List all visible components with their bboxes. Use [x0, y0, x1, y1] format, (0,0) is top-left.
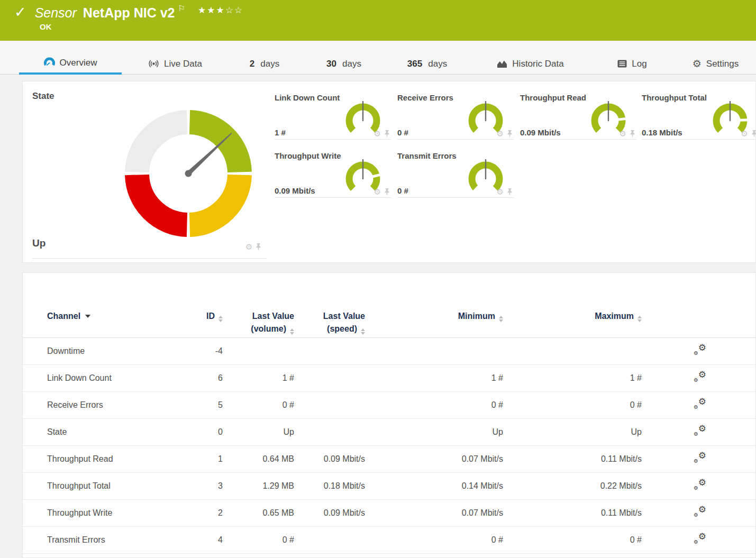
- channel-settings-gears-icon[interactable]: ⚙⚙: [694, 425, 706, 437]
- tab-live-data[interactable]: Live Data: [135, 53, 215, 75]
- tab-historic-data[interactable]: Historic Data: [479, 53, 582, 75]
- gauge-card-throughput-read: Throughput Read 0.09 Mbit/s ⚙: [520, 90, 636, 140]
- gauge-gear-icon[interactable]: ⚙: [620, 130, 626, 138]
- stars-filled: ★★★: [198, 5, 225, 15]
- state-card-divider: [32, 258, 267, 259]
- channel-name[interactable]: Throughput Total: [47, 481, 186, 491]
- sort-arrows-icon: [499, 316, 503, 322]
- gauge-card-actions: ⚙: [497, 188, 513, 196]
- gauge-gear-icon[interactable]: ⚙: [497, 130, 504, 138]
- gauge-value: 0.09 Mbit/s: [520, 128, 561, 137]
- area-chart-icon: [497, 60, 507, 68]
- tab-live-data-label: Live Data: [164, 59, 202, 69]
- sensor-status-text: OK: [40, 22, 52, 31]
- column-header-last-value-speed[interactable]: Last Value(speed): [294, 310, 365, 335]
- channel-settings-gears-icon[interactable]: ⚙⚙: [694, 506, 706, 518]
- channel-settings-gears-icon[interactable]: ⚙⚙: [694, 398, 706, 410]
- state-segment-warning: [190, 175, 240, 225]
- gauge-title: Throughput Read: [520, 93, 586, 102]
- gauge-value: 0 #: [397, 186, 408, 195]
- priority-stars[interactable]: ★★★☆☆: [198, 5, 243, 16]
- broadcast-icon: [148, 59, 159, 68]
- channel-name[interactable]: Throughput Read: [47, 454, 186, 464]
- channel-settings-gears-icon[interactable]: ⚙⚙: [694, 479, 706, 491]
- state-gear-icon[interactable]: ⚙: [245, 243, 252, 251]
- state-pin-icon[interactable]: [256, 243, 261, 250]
- sensor-header-bar: ✓ Sensor NetApp NIC v2 ⚐ ★★★☆☆ OK: [0, 0, 756, 41]
- column-header-last-value-volume[interactable]: Last Value(volume): [223, 310, 294, 335]
- state-card-actions: ⚙: [245, 243, 261, 251]
- gauge-gear-icon[interactable]: ⚙: [497, 188, 504, 196]
- channel-name[interactable]: Throughput Write: [47, 508, 186, 518]
- channels-table-body: Downtime -4 ⚙⚙ Link Down Count 6 1 # 1 #…: [23, 338, 755, 554]
- gauge-title: Transmit Errors: [397, 151, 457, 160]
- channel-settings-gears-icon[interactable]: ⚙⚙: [694, 533, 706, 545]
- channels-table-panel: Channel ID Last Value(volume) Last Value…: [22, 272, 756, 558]
- sort-arrows-icon: [290, 328, 294, 335]
- tab-2-days-number: 2: [250, 59, 254, 69]
- channel-settings-gears-icon[interactable]: ⚙⚙: [694, 344, 706, 356]
- gauge-card-throughput-total: Throughput Total 0.18 Mbit/s ⚙: [642, 90, 756, 140]
- table-row-throughput-write: Throughput Write 2 0.65 MB 0.09 Mbit/s 0…: [23, 500, 755, 527]
- tab-log[interactable]: Log: [606, 53, 659, 75]
- sort-arrows-icon: [361, 328, 365, 335]
- gauge-value: 0.18 Mbit/s: [642, 128, 682, 137]
- gauge-title: Link Down Count: [275, 93, 340, 102]
- gauge-pin-icon[interactable]: [384, 188, 390, 195]
- channel-name[interactable]: State: [47, 427, 186, 437]
- settings-gear-icon: ⚙: [693, 59, 702, 69]
- state-segment-unknown: [137, 122, 187, 172]
- gauge-gear-icon[interactable]: ⚙: [374, 188, 381, 196]
- channel-name[interactable]: Receive Errors: [47, 400, 186, 410]
- tab-2-days[interactable]: 2 days: [233, 53, 296, 75]
- channel-settings-gears-icon[interactable]: ⚙⚙: [694, 452, 706, 464]
- sort-arrows-icon: [637, 316, 642, 322]
- tab-365-days-label: days: [428, 59, 447, 69]
- page-title: NetApp NIC v2: [83, 3, 175, 22]
- tab-settings[interactable]: ⚙ Settings: [680, 53, 751, 75]
- prtg-sensor-page: ✓ Sensor NetApp NIC v2 ⚐ ★★★☆☆ OK Overvi…: [0, 0, 756, 558]
- channel-name[interactable]: Link Down Count: [47, 373, 186, 383]
- table-row-throughput-total: Throughput Total 3 1.29 MB 0.18 Mbit/s 0…: [23, 473, 755, 500]
- sensor-titlebar: ✓ Sensor NetApp NIC v2 ⚐ ★★★☆☆: [14, 3, 243, 22]
- table-row-state: State 0 Up Up Up ⚙⚙: [23, 419, 755, 446]
- gauge-value: 0 #: [397, 128, 408, 137]
- gauge-pin-icon[interactable]: [507, 188, 513, 195]
- gauge-pin-icon[interactable]: [384, 130, 390, 137]
- gauge-card-actions: ⚙: [374, 188, 390, 196]
- sort-caret-icon: [85, 315, 90, 318]
- gauge-card-link-down-count: Link Down Count 1 # ⚙: [275, 90, 391, 140]
- gauge-card-actions: ⚙: [497, 130, 513, 138]
- tab-365-days[interactable]: 365 days: [394, 53, 460, 75]
- tab-overview[interactable]: Overview: [19, 53, 122, 75]
- channel-name[interactable]: Downtime: [47, 346, 186, 356]
- gauge-card-transmit-errors: Transmit Errors 0 # ⚙: [397, 149, 514, 198]
- tab-30-days[interactable]: 30 days: [312, 53, 376, 75]
- gauge-pin-icon[interactable]: [630, 130, 635, 137]
- state-donut-gauge: [122, 107, 254, 240]
- tab-log-label: Log: [632, 59, 646, 69]
- gauge-gear-icon[interactable]: ⚙: [374, 130, 381, 138]
- gauge-title: Throughput Write: [275, 151, 341, 160]
- object-type-label: Sensor: [35, 3, 77, 22]
- gauges-panel: State Up ⚙ Link Down Count: [22, 81, 756, 263]
- channel-name[interactable]: Transmit Errors: [47, 535, 186, 545]
- column-header-maximum[interactable]: Maximum: [503, 310, 642, 323]
- gauge-pin-icon[interactable]: [507, 130, 513, 137]
- gauge-title: Throughput Total: [642, 93, 707, 102]
- state-gauge-title: State: [32, 91, 54, 102]
- gauge-pin-icon[interactable]: [751, 130, 756, 137]
- status-ok-check-icon: ✓: [14, 3, 26, 21]
- tab-settings-label: Settings: [706, 59, 739, 69]
- tab-365-days-number: 365: [407, 59, 422, 69]
- stars-empty: ☆☆: [225, 5, 243, 15]
- flag-icon[interactable]: ⚐: [178, 4, 185, 13]
- gauge-gear-icon[interactable]: ⚙: [741, 130, 748, 138]
- channel-settings-gears-icon[interactable]: ⚙⚙: [694, 371, 706, 383]
- column-header-id[interactable]: ID: [186, 310, 223, 323]
- sort-arrows-icon: [218, 316, 223, 322]
- column-header-minimum[interactable]: Minimum: [365, 310, 503, 323]
- gauge-value: 1 #: [275, 128, 286, 137]
- gauge-card-actions: ⚙: [741, 130, 756, 138]
- column-header-channel[interactable]: Channel: [47, 310, 186, 323]
